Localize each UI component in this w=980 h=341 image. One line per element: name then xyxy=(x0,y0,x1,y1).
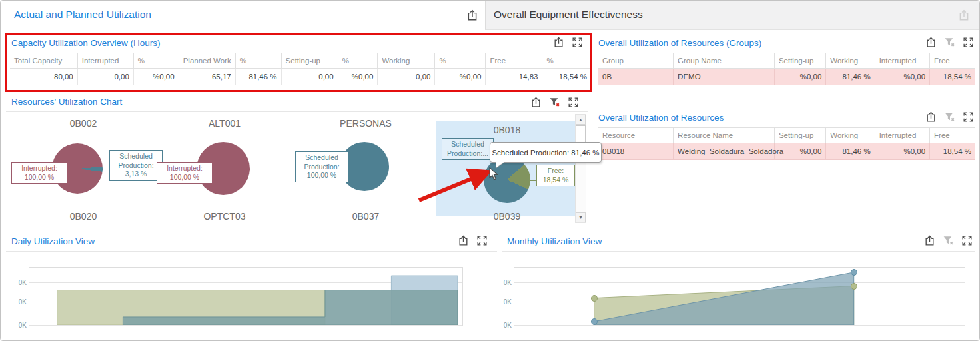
data-point-marker xyxy=(591,295,598,302)
daily-utilization-chart[interactable]: 0K0K0K xyxy=(29,267,463,326)
clear-filter-icon[interactable] xyxy=(549,97,560,108)
column-header[interactable]: Setting-up xyxy=(774,128,825,143)
column-header[interactable]: % xyxy=(542,53,591,69)
gridline xyxy=(29,325,462,326)
column-header[interactable]: Group Name xyxy=(674,53,775,69)
pie-cell-0B002[interactable]: 0B002 Interrupted: 100,00 % Scheduled Pr… xyxy=(13,113,154,219)
pie-title-0B037[interactable]: 0B037 xyxy=(295,211,436,222)
resources-table: Resource Resource Name Setting-up Workin… xyxy=(598,127,975,160)
column-header[interactable]: Total Capacity xyxy=(10,53,77,69)
column-header[interactable]: Free xyxy=(930,128,975,143)
column-header[interactable]: Resource Name xyxy=(674,128,775,143)
scrollbar-thumb[interactable] xyxy=(576,125,586,143)
export-icon[interactable] xyxy=(925,37,937,48)
pie-label-scheduled-production: Scheduled Production: 3,13 % xyxy=(109,150,163,181)
pie-cell-0B018-selected[interactable]: 0B018 Scheduled Production:... Free: 18,… xyxy=(436,121,578,216)
tab-actual-planned-utilization[interactable]: Actual and Planned Utilization xyxy=(1,1,485,30)
column-header[interactable]: Group xyxy=(598,53,674,69)
cell: 81,46 % xyxy=(826,143,875,160)
table-row-selected[interactable]: 0B DEMO %0,00 81,46 % %0,00 18,54 % xyxy=(598,69,975,85)
export-icon[interactable] xyxy=(466,9,478,21)
expand-icon[interactable] xyxy=(476,235,488,246)
data-point-marker xyxy=(591,318,598,325)
pie-cell-PERSONAS[interactable]: PERSONAS Scheduled Production: 100,00 % xyxy=(295,113,436,219)
pie-cell-ALT001[interactable]: ALT001 Interrupted: 100,00 % xyxy=(154,113,295,219)
column-header[interactable]: Interrupted xyxy=(77,53,133,69)
panel-title: Overall Utilization of Resources xyxy=(598,113,724,123)
expand-icon[interactable] xyxy=(568,97,579,108)
pie-grid-scrollbar[interactable]: ▲ ▼ xyxy=(575,114,586,223)
column-header[interactable]: Setting-up xyxy=(774,53,825,69)
cell: 80,00 xyxy=(10,69,77,85)
y-axis-tick-label: 0K xyxy=(11,322,27,329)
tooltip: Scheduled Production: 81,46 % xyxy=(490,142,602,163)
table-row[interactable]: 80,00 0,00 %0,00 65,17 81,46 % 0,00 %0,0… xyxy=(10,69,591,85)
scroll-up-button[interactable]: ▲ xyxy=(576,115,586,125)
cell: 81,46 % xyxy=(826,69,875,85)
clear-filter-icon[interactable] xyxy=(944,111,955,123)
column-header[interactable]: Free xyxy=(930,53,975,69)
cell: %0,00 xyxy=(875,69,929,85)
expand-icon[interactable] xyxy=(963,37,974,48)
expand-icon[interactable] xyxy=(963,111,974,123)
export-icon[interactable] xyxy=(530,97,542,108)
column-header[interactable]: % xyxy=(235,53,281,69)
cell: 0,00 xyxy=(77,69,133,85)
column-header[interactable]: % xyxy=(338,53,378,69)
column-header[interactable]: % xyxy=(435,53,486,69)
table-row-selected[interactable]: 0B018 Welding_Soldadura_Soldadora %0,00 … xyxy=(598,143,975,160)
divider xyxy=(6,251,497,252)
column-header[interactable]: Free xyxy=(486,53,542,69)
panel-daily-utilization-view: Daily Utilization View 0K0K0K xyxy=(6,232,497,338)
dashboard-window: Actual and Planned Utilization Overall E… xyxy=(0,0,980,341)
column-header[interactable]: % xyxy=(133,53,179,69)
column-header[interactable]: Resource xyxy=(598,128,674,143)
pie-title-0B039[interactable]: 0B039 xyxy=(436,211,578,222)
panel-title: Daily Utilization View xyxy=(11,236,95,246)
table-header-row: Resource Resource Name Setting-up Workin… xyxy=(598,128,975,143)
export-icon[interactable] xyxy=(924,235,935,246)
table-header-row: Total Capacity Interrupted % Planned Wor… xyxy=(10,53,591,69)
tab-bar: Actual and Planned Utilization Overall E… xyxy=(1,1,979,30)
export-icon[interactable] xyxy=(925,111,937,123)
table-header-row: Group Group Name Setting-up Working Inte… xyxy=(598,53,975,69)
column-header[interactable]: Setting-up xyxy=(281,53,338,69)
y-axis-tick-label: 0K xyxy=(11,298,27,305)
mouse-cursor-icon xyxy=(489,167,498,180)
export-icon[interactable] xyxy=(458,235,469,246)
clear-filter-icon[interactable] xyxy=(943,235,954,246)
column-header[interactable]: Working xyxy=(378,53,435,69)
groups-table: Group Group Name Setting-up Working Inte… xyxy=(598,53,975,85)
cell: %0,00 xyxy=(338,69,378,85)
cell: %0,00 xyxy=(435,69,486,85)
export-icon[interactable] xyxy=(553,37,564,48)
data-point-marker xyxy=(851,269,857,276)
expand-icon[interactable] xyxy=(572,37,583,48)
expand-icon[interactable] xyxy=(961,235,973,246)
export-icon[interactable] xyxy=(958,9,970,21)
cell: 18,54 % xyxy=(930,143,975,160)
y-axis-tick-label: 0K xyxy=(496,298,512,305)
pie-label-interrupted: Interrupted: 100,00 % xyxy=(11,162,67,184)
monthly-utilization-chart[interactable]: 0K0K0K xyxy=(514,267,965,326)
column-header[interactable]: Planned Work xyxy=(179,53,235,69)
column-header[interactable]: Working xyxy=(826,128,875,143)
tab-overall-equipment-effectiveness[interactable]: Overall Equipment Effectiveness xyxy=(485,1,979,30)
cell: 0B018 xyxy=(598,143,674,160)
cell: %0,00 xyxy=(774,69,825,85)
panel-overall-utilization-groups: Overall Utilization of Resources (Groups… xyxy=(598,35,975,105)
column-header[interactable]: Interrupted xyxy=(875,53,929,69)
panel-capacity-utilization-overview: Capacity Utilization Overview (Hours) To… xyxy=(7,35,588,90)
cell: DEMO xyxy=(674,69,775,85)
pie-label-scheduled-production: Scheduled Production: 100,00 % xyxy=(295,151,348,182)
pie-title-OPTCT03[interactable]: OPTCT03 xyxy=(154,211,295,222)
pie-title-0B020[interactable]: 0B020 xyxy=(13,211,154,222)
cell: Welding_Soldadura_Soldadora xyxy=(674,143,775,160)
divider xyxy=(6,111,588,112)
panel-title: Overall Utilization of Resources (Groups… xyxy=(598,38,761,48)
column-header[interactable]: Working xyxy=(826,53,875,69)
clear-filter-icon[interactable] xyxy=(944,37,955,48)
column-header[interactable]: Interrupted xyxy=(875,128,929,143)
scroll-down-button[interactable]: ▼ xyxy=(576,212,586,222)
pie-title: ALT001 xyxy=(154,118,295,129)
